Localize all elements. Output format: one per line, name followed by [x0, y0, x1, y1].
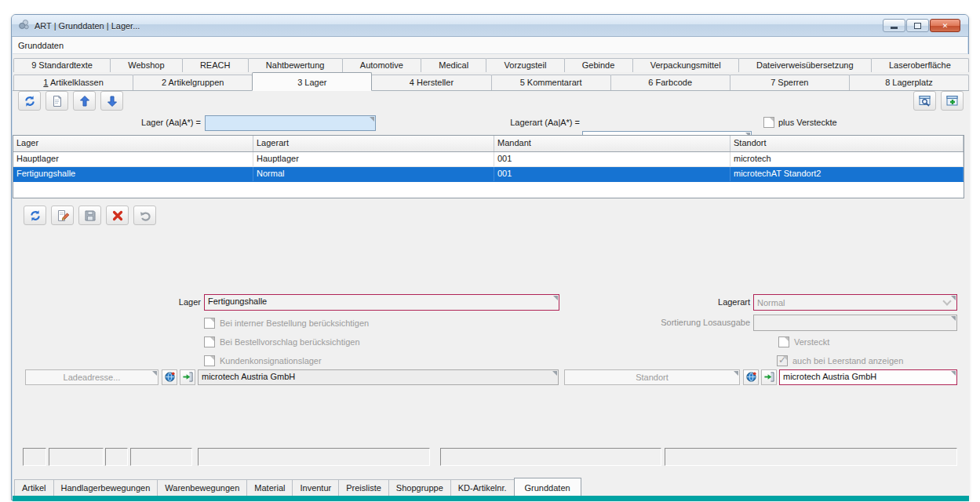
bottom-tab-preisliste[interactable]: Preisliste: [338, 479, 389, 496]
bottom-tab-inventur[interactable]: Inventur: [292, 479, 339, 496]
bottom-tab-material[interactable]: Material: [246, 479, 293, 496]
bottom-accent-strip: [13, 496, 969, 501]
edit-record-button[interactable]: [51, 206, 74, 225]
tab-nahtbewertung[interactable]: Nahtbewertung: [248, 58, 343, 72]
tab-strip: 9 Standardtexte Webshop REACH Nahtbewert…: [13, 58, 969, 91]
lager-input[interactable]: Fertigungshalle: [204, 294, 559, 311]
bottom-tab-shopgruppe[interactable]: Shopgruppe: [388, 479, 451, 496]
tab-automotive[interactable]: Automotive: [342, 58, 421, 72]
tab-webshop[interactable]: Webshop: [110, 58, 183, 72]
tab-laseroberflaeche[interactable]: Laseroberfläche: [871, 58, 969, 72]
tab-lager[interactable]: 3 Lager: [252, 72, 372, 91]
checkbox-label: auch bei Leerstand anzeigen: [792, 356, 903, 366]
edit-icon: [56, 209, 69, 222]
refresh-button[interactable]: [18, 91, 41, 111]
cell-standort: microtech: [730, 152, 964, 166]
refresh-icon: [24, 95, 36, 107]
table-row[interactable]: Hauptlager Hauptlager 001 microtech: [13, 152, 964, 167]
menu-bar: Grunddaten: [13, 37, 967, 54]
column-header-lagerart[interactable]: Lagerart: [253, 136, 494, 151]
checkbox-icon: [204, 336, 215, 347]
checkbox-interne-bestellung[interactable]: Bei interner Bestellung berücksichtigen: [204, 318, 369, 329]
undo-button[interactable]: [133, 206, 156, 225]
tab-sperren[interactable]: 7 Sperren: [730, 75, 850, 90]
tab-reach[interactable]: REACH: [182, 58, 249, 72]
lagerart-dropdown[interactable]: Normal: [753, 294, 957, 311]
filter-lager-input[interactable]: [205, 115, 376, 131]
tab-lagerplatz[interactable]: 8 Lagerplatz: [849, 75, 969, 90]
bottom-tab-kd-artikelnr[interactable]: KD-Artikelnr.: [450, 479, 515, 496]
delete-record-button[interactable]: [106, 206, 129, 225]
standort-globe-button[interactable]: [743, 369, 759, 385]
window-title: ART | Grunddaten | Lager...: [35, 21, 140, 31]
checkbox-leerstand[interactable]: auch bei Leerstand anzeigen: [777, 355, 903, 366]
title-bar[interactable]: ART | Grunddaten | Lager... ✕: [12, 15, 968, 37]
ladeadresse-assign-button[interactable]: [180, 369, 195, 385]
undo-icon: [139, 209, 151, 222]
tab-artikelgruppen[interactable]: 2 Artikelgruppen: [133, 75, 253, 90]
filter-lagerart-label: Lagerart (Aa|A*) =: [436, 118, 580, 127]
checkbox-versteckt[interactable]: Versteckt: [778, 336, 829, 347]
assign-arrow-icon: [763, 371, 775, 384]
status-field: [130, 448, 192, 466]
standort-button[interactable]: Standort: [564, 369, 740, 385]
tab-hersteller[interactable]: 4 Hersteller: [371, 75, 491, 90]
standort-value[interactable]: microtech Austria GmbH: [779, 369, 957, 385]
menu-grunddaten[interactable]: Grunddaten: [13, 38, 69, 53]
table-row-selected[interactable]: Fertigungshalle Normal 001 microtechAT S…: [13, 167, 964, 182]
column-header-mandant[interactable]: Mandant: [494, 136, 730, 151]
bottom-tab-handlagerbewegungen[interactable]: Handlagerbewegungen: [53, 479, 158, 496]
bottom-tab-grunddaten[interactable]: Grunddaten: [514, 478, 581, 496]
ladeadresse-value[interactable]: microtech Austria GmbH: [198, 369, 559, 385]
tab-standardtexte[interactable]: 9 Standardtexte: [13, 58, 111, 72]
bottom-tab-artikel[interactable]: Artikel: [14, 479, 54, 496]
cell-mandant: 001: [494, 152, 730, 166]
app-icon: [18, 19, 30, 32]
globe-icon: [745, 371, 757, 384]
status-bar: [13, 446, 969, 468]
sortierung-input[interactable]: [753, 315, 957, 331]
restore-button[interactable]: [906, 19, 929, 32]
tab-row-secondary: 9 Standardtexte Webshop REACH Nahtbewert…: [13, 58, 969, 72]
standort-assign-button[interactable]: [761, 369, 777, 385]
new-document-button[interactable]: [46, 91, 68, 111]
lagerart-field-label: Lagerart: [640, 297, 750, 307]
tab-verpackungsmittel[interactable]: Verpackungsmittel: [632, 58, 739, 72]
checkbox-kundenkonsignationslager[interactable]: Kundenkonsignationslager: [204, 355, 322, 366]
cell-lagerart: Normal: [253, 167, 494, 181]
save-icon: [84, 209, 97, 222]
tab-artikelklassen[interactable]: 1 Artikelklassen: [13, 75, 133, 90]
ladeadresse-globe-button[interactable]: [162, 369, 177, 385]
lager-table: Lager Lagerart Mandant Standort Hauptlag…: [13, 135, 964, 198]
cell-standort: microtechAT Standort2: [730, 167, 964, 181]
status-field: [105, 448, 128, 466]
checkbox-icon: [204, 355, 215, 366]
document-icon: [51, 95, 64, 107]
tab-kommentarart[interactable]: 5 Kommentarart: [491, 75, 611, 90]
checkbox-checked-icon: [777, 355, 788, 366]
column-header-lager[interactable]: Lager: [13, 136, 253, 151]
globe-icon: [164, 371, 176, 384]
sortierung-label: Sortierung Losausgabe: [609, 318, 750, 327]
new-window-button[interactable]: [941, 91, 964, 111]
tab-farbcode[interactable]: 6 Farbcode: [610, 75, 730, 90]
tab-vorzugsteil[interactable]: Vorzugsteil: [486, 58, 564, 72]
checkbox-bestellvorschlag[interactable]: Bei Bestellvorschlag berücksichtigen: [204, 336, 360, 347]
tab-medical[interactable]: Medical: [421, 58, 486, 72]
refresh-record-button[interactable]: [24, 206, 46, 225]
ladeadresse-button[interactable]: Ladeadresse...: [25, 369, 158, 385]
close-button[interactable]: ✕: [930, 19, 960, 32]
bottom-tab-warenbewegungen[interactable]: Warenbewegungen: [157, 479, 247, 496]
move-down-button[interactable]: [100, 91, 123, 111]
move-up-button[interactable]: [73, 91, 96, 111]
plus-versteckte-checkbox[interactable]: [763, 117, 774, 128]
arrow-down-icon: [106, 95, 118, 107]
column-header-standort[interactable]: Standort: [730, 136, 964, 151]
tab-dateiverweisuebersetzung[interactable]: Dateiverweisübersetzung: [738, 58, 872, 72]
tab-gebinde[interactable]: Gebinde: [564, 58, 633, 72]
minimize-button[interactable]: [883, 19, 905, 32]
search-window-button[interactable]: [913, 91, 936, 111]
save-record-button[interactable]: [78, 206, 101, 225]
refresh-icon: [29, 209, 42, 222]
status-field: [440, 448, 661, 466]
